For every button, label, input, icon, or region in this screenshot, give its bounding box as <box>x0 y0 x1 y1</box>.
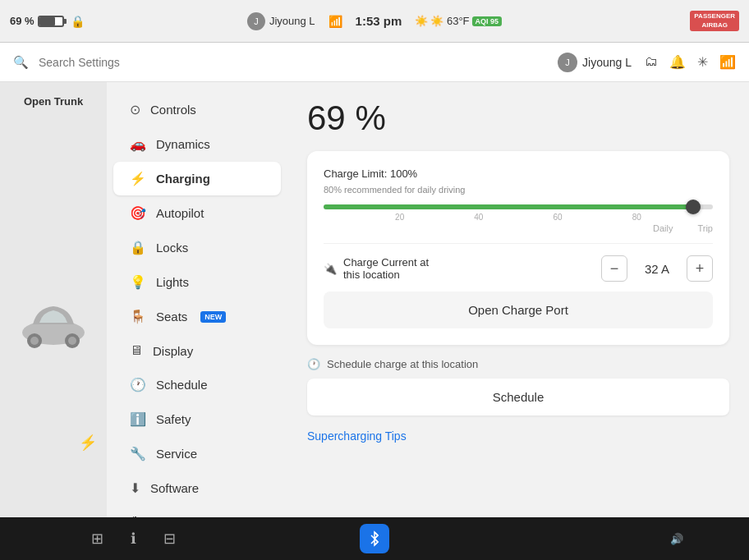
main-area: 🔍 J Jiyoung L 🗂 🔔 ✳ 📶 Open Trunk <box>0 43 749 517</box>
schedule-label: Schedule <box>156 378 208 392</box>
temperature: ☀️ 63°F <box>430 15 469 27</box>
status-time: 1:53 pm <box>356 14 402 28</box>
display-label: Display <box>153 344 193 358</box>
sidebar-item-autopilot[interactable]: 🎯 Autopilot <box>113 196 281 230</box>
supercharging-tips-link[interactable]: Supercharging Tips <box>307 429 407 443</box>
sidebar-item-service[interactable]: 🔧 Service <box>113 437 281 470</box>
locks-label: Locks <box>156 241 188 255</box>
svg-point-4 <box>68 337 76 345</box>
slider-labels: 20 40 60 80 <box>324 213 713 222</box>
car-svg <box>16 267 90 365</box>
charging-bolt-indicator: ⚡ <box>79 434 97 452</box>
sidebar-item-display[interactable]: 🖥 Display <box>113 334 281 367</box>
status-right: PASSENGERAIRBAG <box>690 11 739 31</box>
wifi-icon: 📶 <box>329 15 342 28</box>
slider-label-20: 20 <box>395 213 404 222</box>
schedule-button[interactable]: Schedule <box>307 379 729 415</box>
sidebar-item-software[interactable]: ⬇ Software <box>113 471 281 505</box>
open-charge-port-button[interactable]: Open Charge Port <box>324 291 713 328</box>
airbag-badge: PASSENGERAIRBAG <box>690 11 739 31</box>
seats-label: Seats <box>156 310 187 324</box>
charging-label: Charging <box>156 172 210 186</box>
search-user-name: Jiyoung L <box>582 56 632 69</box>
bell-icon[interactable]: 🔔 <box>669 54 686 70</box>
autopilot-label: Autopilot <box>156 206 204 220</box>
sidebar-item-locks[interactable]: 🔒 Locks <box>113 231 281 264</box>
car-image <box>10 116 97 517</box>
aqi-badge: AQI 95 <box>472 16 503 26</box>
slider-label-40: 40 <box>474 213 483 222</box>
charge-decrease-button[interactable]: − <box>601 255 627 282</box>
slider-label-60: 60 <box>554 213 563 222</box>
display-icon: 🖥 <box>130 343 143 358</box>
status-bar: 69 % 🔒 J Jiyoung L 📶 1:53 pm ☀️ ☀️ 63°F … <box>0 0 749 43</box>
service-label: Service <box>156 447 197 461</box>
sidebar-item-charging[interactable]: ⚡ Charging <box>113 162 281 195</box>
search-user-info: J Jiyoung L <box>558 53 632 72</box>
battery-fill <box>39 17 55 25</box>
content-body: Open Trunk <box>0 82 749 517</box>
slider-track <box>324 204 713 209</box>
daily-label: Daily <box>653 223 673 233</box>
software-label: Software <box>150 481 199 495</box>
briefcase-icon[interactable]: 🗂 <box>645 54 658 70</box>
trip-label: Trip <box>697 223 713 233</box>
software-icon: ⬇ <box>130 480 140 496</box>
sidebar-item-schedule[interactable]: 🕐 Schedule <box>113 368 281 402</box>
slider-fill <box>324 204 693 209</box>
lights-label: Lights <box>156 275 189 289</box>
status-avatar: J <box>247 12 265 30</box>
safety-label: Safety <box>156 412 191 426</box>
charge-current-label: 🔌 Charge Current atthis location <box>324 256 429 281</box>
schedule-section: 🕐 Schedule charge at this location Sched… <box>307 358 729 415</box>
battery-status: 69 % <box>10 15 64 27</box>
controls-label: Controls <box>150 103 196 117</box>
apps-icon[interactable]: ⊞ <box>82 524 112 553</box>
lock-icon: 🔒 <box>71 15 85 28</box>
bluetooth-taskbar-icon[interactable] <box>360 524 389 553</box>
lights-icon: 💡 <box>130 274 146 290</box>
dynamics-label: Dynamics <box>156 137 210 151</box>
charge-plug-icon: 🔌 <box>324 263 337 275</box>
charge-increase-button[interactable]: + <box>687 255 713 282</box>
search-avatar: J <box>558 53 577 72</box>
sidebar-item-safety[interactable]: ℹ️ Safety <box>113 402 281 436</box>
top-icons: 🗂 🔔 ✳ 📶 <box>645 54 736 70</box>
sidebar-item-dynamics[interactable]: 🚗 Dynamics <box>113 127 281 161</box>
seats-icon: 🪑 <box>130 309 146 324</box>
sidebar-item-seats[interactable]: 🪑 Seats NEW <box>113 300 281 333</box>
charge-recommended-text: 80% recommended for daily driving <box>324 185 713 195</box>
search-icon: 🔍 <box>13 55 29 70</box>
charging-panel: 69 % Charge Limit: 100% 80% recommended … <box>287 82 749 517</box>
sidebar-item-lights[interactable]: 💡 Lights <box>113 265 281 299</box>
search-right: J Jiyoung L 🗂 🔔 ✳ 📶 <box>558 53 736 72</box>
search-bar: 🔍 J Jiyoung L 🗂 🔔 ✳ 📶 <box>0 43 749 82</box>
charge-current-row: 🔌 Charge Current atthis location − 32 A … <box>324 243 713 282</box>
charge-limit-label: Charge Limit: 100% <box>324 168 417 180</box>
charge-current-text: Charge Current atthis location <box>343 256 429 281</box>
charge-limit-card: Charge Limit: 100% 80% recommended for d… <box>307 151 729 345</box>
open-trunk-button[interactable]: Open Trunk <box>17 82 90 116</box>
search-input[interactable] <box>39 56 548 69</box>
bluetooth-icon-top[interactable]: ✳ <box>697 54 708 70</box>
weather-icon: ☀️ <box>415 15 428 27</box>
sidebar-item-navigation[interactable]: 🗺 Navigation <box>113 506 281 517</box>
dynamics-icon: 🚗 <box>130 136 146 152</box>
wifi-icon-top[interactable]: 📶 <box>719 54 736 70</box>
info-icon[interactable]: ℹ <box>118 524 148 553</box>
battery-percentage: 69 % <box>10 15 34 27</box>
volume-icon[interactable]: 🔊 <box>670 533 683 545</box>
taskbar-left-icons: ⊞ ℹ ⊟ <box>82 524 184 553</box>
taskbar-right-icons: 🔊 <box>670 533 683 545</box>
grid-icon[interactable]: ⊟ <box>154 524 184 553</box>
schedule-icon: 🕐 <box>130 377 146 392</box>
slider-thumb[interactable] <box>686 200 701 214</box>
slider-label-80: 80 <box>632 213 641 222</box>
autopilot-icon: 🎯 <box>130 205 146 221</box>
car-panel: Open Trunk <box>0 82 107 517</box>
service-icon: 🔧 <box>130 446 146 461</box>
taskbar: ⊞ ℹ ⊟ 🔊 <box>0 517 749 560</box>
sidebar-item-controls[interactable]: ⊙ Controls <box>113 93 281 126</box>
nav-sidebar: ⊙ Controls 🚗 Dynamics ⚡ Charging 🎯 Autop… <box>107 82 287 517</box>
charge-controls: − 32 A + <box>601 255 713 282</box>
